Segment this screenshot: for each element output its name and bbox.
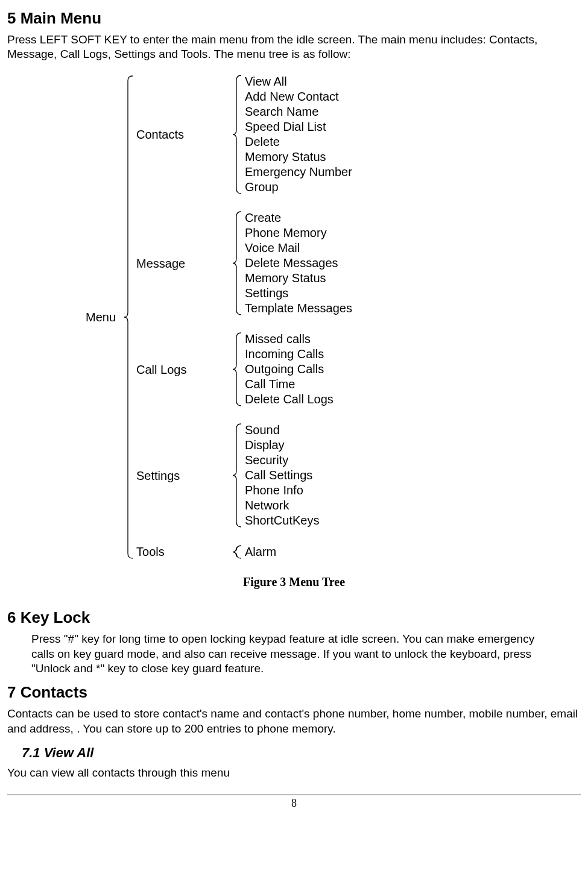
menu-subitem: Template Messages xyxy=(245,301,352,316)
brace-icon xyxy=(233,544,241,559)
menu-subitem: Call Time xyxy=(245,377,334,392)
menu-subitem: Speed Dial List xyxy=(245,119,352,134)
menu-group-label: Message xyxy=(136,256,233,271)
menu-subitems: View AllAdd New ContactSearch NameSpeed … xyxy=(245,74,352,195)
menu-subitem: Phone Memory xyxy=(245,225,352,241)
menu-subitems: SoundDisplaySecurityCall SettingsPhone I… xyxy=(245,423,319,528)
menu-subitem: Network xyxy=(245,498,319,513)
brace-icon xyxy=(233,210,241,316)
menu-group-label: Call Logs xyxy=(136,362,233,377)
menu-subitem: Delete Call Logs xyxy=(245,392,334,407)
menu-subitem: Outgoing Calls xyxy=(245,362,334,377)
menu-subitems: CreatePhone MemoryVoice MailDelete Messa… xyxy=(245,210,352,316)
menu-subitems: Missed callsIncoming CallsOutgoing Calls… xyxy=(245,332,334,407)
heading-main-menu: 5 Main Menu xyxy=(7,8,581,29)
paragraph-key-lock: Press "#" key for long time to open lock… xyxy=(31,632,557,676)
menu-group-label: Contacts xyxy=(136,127,233,142)
menu-group: Settings SoundDisplaySecurityCall Settin… xyxy=(136,423,352,528)
menu-subitem: Group xyxy=(245,180,352,195)
menu-subitem: Sound xyxy=(245,423,319,438)
brace-icon xyxy=(233,74,241,195)
menu-subitems: Alarm xyxy=(245,544,276,559)
menu-subitem: Memory Status xyxy=(245,271,352,286)
menu-subitem: Phone Info xyxy=(245,483,319,498)
brace-icon xyxy=(124,75,133,559)
paragraph-view-all: You can view all contacts through this m… xyxy=(7,766,581,781)
brace-icon xyxy=(233,423,241,528)
paragraph-contacts: Contacts can be used to store contact's … xyxy=(7,707,581,736)
menu-group: Contacts View AllAdd New ContactSearch N… xyxy=(136,74,352,195)
menu-group-label: Tools xyxy=(136,544,233,559)
menu-group: Message CreatePhone MemoryVoice MailDele… xyxy=(136,210,352,316)
menu-subitem: Delete xyxy=(245,134,352,150)
menu-subitem: Alarm xyxy=(245,544,276,559)
menu-subitem: Emergency Number xyxy=(245,165,352,180)
menu-subitem: Call Settings xyxy=(245,468,319,483)
heading-key-lock: 6 Key Lock xyxy=(7,608,581,628)
heading-view-all: 7.1 View All xyxy=(22,745,581,762)
menu-subitem: ShortCutKeys xyxy=(245,513,319,528)
menu-subitem: Missed calls xyxy=(245,332,334,347)
menu-group: Call Logs Missed callsIncoming CallsOutg… xyxy=(136,332,352,407)
menu-subitem: Incoming Calls xyxy=(245,347,334,362)
menu-subitem: Create xyxy=(245,210,352,225)
menu-subitem: Add New Contact xyxy=(245,89,352,104)
menu-subitem: Security xyxy=(245,453,319,468)
menu-subitem: Voice Mail xyxy=(245,241,352,256)
menu-group-label: Settings xyxy=(136,468,233,484)
menu-subitem: Settings xyxy=(245,286,352,301)
brace-icon xyxy=(233,332,241,407)
menu-subitem: Display xyxy=(245,438,319,453)
menu-subitem: Search Name xyxy=(245,104,352,119)
menu-subitem: Memory Status xyxy=(245,150,352,165)
menu-tree: Menu Contacts View AllAdd New ContactSea… xyxy=(86,74,581,559)
menu-root-label: Menu xyxy=(86,309,124,325)
menu-subitem: Delete Messages xyxy=(245,256,352,271)
page-number: 8 xyxy=(7,795,581,810)
paragraph-main-menu: Press LEFT SOFT KEY to enter the main me… xyxy=(7,33,581,62)
menu-subitem: View All xyxy=(245,74,352,89)
menu-group: Tools Alarm xyxy=(136,544,352,559)
figure-caption: Figure 3 Menu Tree xyxy=(7,574,581,590)
heading-contacts: 7 Contacts xyxy=(7,682,581,703)
